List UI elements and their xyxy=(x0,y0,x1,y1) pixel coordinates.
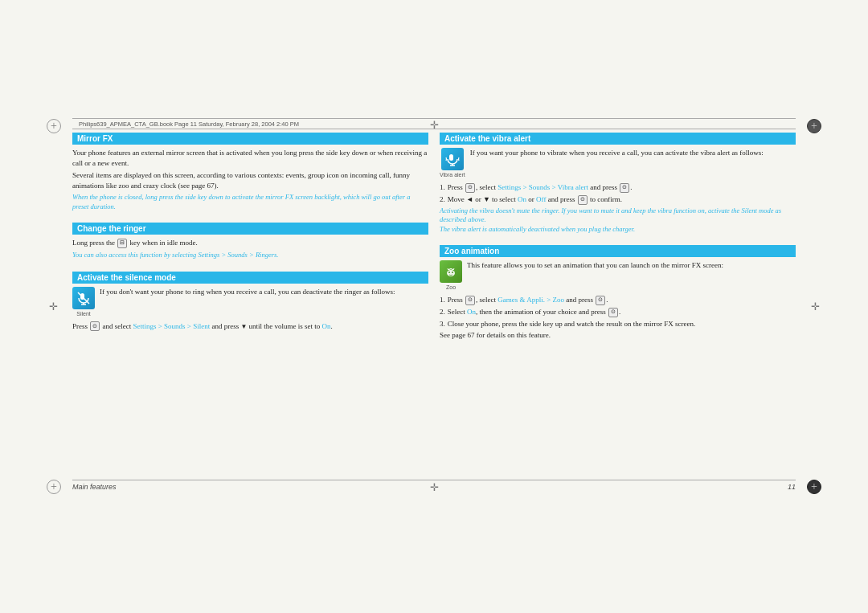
silence-icon xyxy=(72,287,95,309)
cross-middle-left: ✛ xyxy=(47,300,59,313)
ok-key-3: ⊙ xyxy=(578,195,588,205)
zoo-icon xyxy=(440,260,462,283)
reg-mark-top-right xyxy=(807,119,821,133)
mirror-fx-body: Your phone features an external mirror s… xyxy=(72,148,428,211)
footer-bar: Main features 11 xyxy=(72,480,796,491)
vibra-steps-list: 1. Press ⊙, select Settings > Sounds > V… xyxy=(440,182,796,205)
reg-mark-bottom-right xyxy=(807,480,821,494)
change-ringer-p1: Long press the ⊟ key when in idle mode. xyxy=(72,238,428,248)
down-arrow: ▼ xyxy=(240,323,247,330)
mirror-fx-italic: When the phone is closed, long press the… xyxy=(72,193,428,211)
zoo-animation-header: Zoo animation xyxy=(440,245,796,257)
vibra-step-2: 2. Move ◄ or ▼ to select On or Off and p… xyxy=(440,194,796,205)
vibra-description: If you want your phone to vibrate when y… xyxy=(470,148,764,177)
ok-key-zoo-3: ⊙ xyxy=(608,308,618,317)
content-area: Mirror FX Your phone features an externa… xyxy=(72,133,796,488)
zoo-step-3: 3. Close your phone, press the side key … xyxy=(440,319,796,329)
reg-mark-bottom-left xyxy=(47,480,61,494)
zoo-step-2: 2. Select On, then the animation of your… xyxy=(440,307,796,317)
zoo-steps-list: 1. Press ⊙, select Games & Appli. > Zoo … xyxy=(440,295,796,329)
svg-rect-4 xyxy=(449,154,453,161)
cross-middle-right: ✛ xyxy=(809,300,821,313)
zoo-step-1: 1. Press ⊙, select Games & Appli. > Zoo … xyxy=(440,295,796,305)
vibra-icon xyxy=(441,148,464,170)
right-column: Activate the vibra alert xyxy=(440,133,796,488)
change-ringer-italic: You can also access this function by sel… xyxy=(72,251,428,260)
mirror-fx-header: Mirror FX xyxy=(72,133,428,145)
zoo-icon-label: Zoo xyxy=(446,284,456,292)
vibra-icon-container: Vibra alert xyxy=(440,148,465,179)
zoo-icon-container: Zoo xyxy=(440,260,462,292)
silence-description: If you don't want your phone to ring whe… xyxy=(100,287,395,316)
svg-point-8 xyxy=(448,272,450,273)
silence-mode-body: Silent If you don't want your phone to r… xyxy=(72,287,428,332)
header-bar: Philips639_APMEA_CTA_GB.book Page 11 Sat… xyxy=(72,118,796,129)
reg-mark-top-left xyxy=(47,119,61,133)
zoo-animation-body: Zoo This feature allows you to set an an… xyxy=(440,260,796,341)
change-ringer-body: Long press the ⊟ key when in idle mode. … xyxy=(72,238,428,260)
silence-icon-row: Silent If you don't want your phone to r… xyxy=(72,287,428,318)
left-column: Mirror FX Your phone features an externa… xyxy=(72,133,428,488)
vibra-icon-row: Vibra alert If you want your phone to vi… xyxy=(440,148,796,179)
change-ringer-section: Change the ringer Long press the ⊟ key w… xyxy=(72,223,428,264)
ok-key-zoo-2: ⊙ xyxy=(596,296,605,305)
zoo-icon-row: Zoo This feature allows you to set an an… xyxy=(440,260,796,292)
mirror-fx-p1: Your phone features an external mirror s… xyxy=(72,148,428,168)
vibra-step-1: 1. Press ⊙, select Settings > Sounds > V… xyxy=(440,182,796,193)
ok-key-1: ⊙ xyxy=(465,183,475,193)
ok-key-2: ⊙ xyxy=(620,183,629,193)
vibra-italic-note: Activating the vibra doesn't mute the ri… xyxy=(440,206,796,234)
mirror-fx-p2: Several items are displayed on this scre… xyxy=(72,170,428,190)
mirror-fx-section: Mirror FX Your phone features an externa… xyxy=(72,133,428,216)
silence-icon-label: Silent xyxy=(76,310,91,318)
svg-line-11 xyxy=(453,268,454,270)
silence-icon-container: Silent xyxy=(72,287,95,318)
vibra-icon-label: Vibra alert xyxy=(440,171,465,179)
silence-mode-header: Activate the silence mode xyxy=(72,272,428,284)
zoo-see-page: See page 67 for details on this feature. xyxy=(440,330,796,341)
vibra-alert-header: Activate the vibra alert xyxy=(440,133,796,145)
key-icon: ⊟ xyxy=(117,239,127,248)
footer-right-text: 11 xyxy=(788,483,796,491)
silence-step1: Press ⊙ and select Settings > Sounds > S… xyxy=(72,321,428,332)
change-ringer-header: Change the ringer xyxy=(72,223,428,235)
svg-point-9 xyxy=(452,272,453,273)
footer-left-text: Main features xyxy=(72,483,117,491)
ok-key-icon: ⊙ xyxy=(90,321,100,331)
vibra-alert-section: Activate the vibra alert xyxy=(440,133,796,239)
zoo-animation-section: Zoo animation xyxy=(440,245,796,345)
svg-line-10 xyxy=(448,268,448,270)
vibra-alert-body: Vibra alert If you want your phone to vi… xyxy=(440,148,796,234)
zoo-description: This feature allows you to set an animat… xyxy=(467,260,723,289)
header-text: Philips639_APMEA_CTA_GB.book Page 11 Sat… xyxy=(79,121,299,128)
ok-key-zoo-1: ⊙ xyxy=(465,296,475,305)
silence-mode-section: Activate the silence mode xyxy=(72,272,428,337)
